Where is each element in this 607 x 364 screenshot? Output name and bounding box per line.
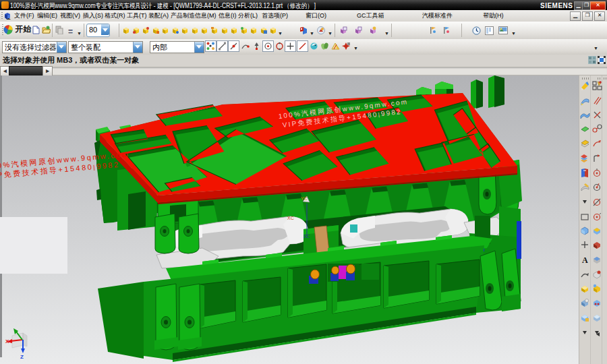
svg-text:YC: YC bbox=[301, 196, 308, 201]
svg-text:ZC: ZC bbox=[304, 234, 310, 239]
svg-text:A: A bbox=[582, 255, 588, 265]
svg-text:XC: XC bbox=[287, 216, 294, 220]
svg-text:X: X bbox=[5, 338, 9, 344]
svg-text:Z: Z bbox=[20, 354, 24, 360]
